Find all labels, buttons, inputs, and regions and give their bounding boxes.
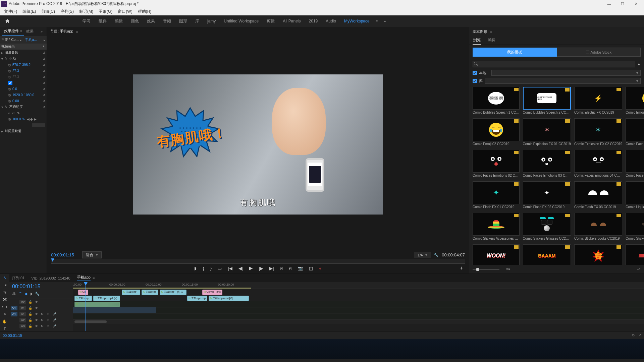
sequence-tab[interactable]: VID_20190802_114240 <box>31 276 70 280</box>
template-item[interactable]: Comic Emoji 01 CC2019 <box>626 87 644 114</box>
voice-icon[interactable]: 🎤 <box>52 312 56 316</box>
template-item[interactable]: TEXT GOES HERETEXT GOES HEREComic Bubble… <box>473 87 520 114</box>
template-item[interactable]: YOUR TEXT GOES HEREComic Bubbles Speech … <box>523 87 571 114</box>
step-back-icon[interactable]: ◀| <box>238 266 243 271</box>
workspace-tab[interactable]: 效果 <box>147 18 155 24</box>
keyframe-nav-icon[interactable]: ◀ ◆ ▶ <box>27 117 37 121</box>
status-icon-1[interactable]: ⟳ <box>632 333 635 338</box>
mark-in-button[interactable]: { <box>203 266 204 271</box>
timeline-clip[interactable]: fx天猫创意广告.m <box>160 290 186 295</box>
track-header[interactable]: A3🔒👁MS🎤 <box>9 323 73 329</box>
new-layer-icon[interactable]: ▫⁺ <box>637 267 641 272</box>
track-v1[interactable]: fx手机app.fx手机app.mp4 [V]fx手机app.mpfx手机app… <box>73 295 644 301</box>
track-select-tool[interactable]: ⇥ <box>2 283 8 288</box>
track-a3[interactable] <box>73 313 644 319</box>
tl-marker-icon[interactable]: ◆ <box>25 292 28 297</box>
ec-motion[interactable]: 运动 <box>9 56 43 61</box>
twirl-icon[interactable]: ▸ <box>1 129 5 133</box>
workspace-tab[interactable]: 音频 <box>163 18 171 24</box>
lock-icon[interactable]: 🔒 <box>28 312 32 316</box>
reset-icon[interactable]: ↺ <box>43 81 45 85</box>
lift-button[interactable]: ⎘ <box>280 266 283 271</box>
maximize-button[interactable]: ☐ <box>616 0 629 8</box>
tl-link-icon[interactable]: ⌒ <box>18 292 22 297</box>
type-tool[interactable]: T <box>2 326 8 331</box>
eg-tab-edit[interactable]: 编辑 <box>487 36 496 45</box>
reset-icon[interactable]: ↺ <box>43 99 45 103</box>
play-button[interactable]: ▶ <box>249 265 253 271</box>
twirl-icon[interactable]: ▸ <box>1 51 5 55</box>
voice-icon[interactable]: 🎤 <box>52 318 56 322</box>
timeline-clip[interactable]: fx手机app.mp4 [V] <box>93 296 120 301</box>
twirl-icon[interactable]: ▾ <box>1 105 5 109</box>
menu-item[interactable]: 帮助(H) <box>135 8 154 15</box>
lock-icon[interactable]: 🔒 <box>28 324 32 328</box>
ec-sequence-label[interactable]: 手机a… <box>25 38 37 42</box>
template-item[interactable]: ✦Comic Flash FX 02 CC2019 <box>523 181 571 209</box>
status-icon-2[interactable]: ↗ <box>638 333 641 338</box>
lock-icon[interactable]: 🔒 <box>28 306 32 310</box>
timeline-clip[interactable]: fxComicTransi <box>202 290 222 295</box>
hand-tool[interactable]: ✋ <box>2 319 8 324</box>
twirl-icon[interactable]: ▾ <box>1 57 5 61</box>
timeline-tracks-area[interactable]: :00:0000:00:05:0000:00:10:0000:00:15:000… <box>73 282 644 331</box>
workspace-tab[interactable]: 组件 <box>99 18 107 24</box>
template-item[interactable]: BAAAMComic Title Pack 02 CC2019 <box>523 244 571 265</box>
menu-item[interactable]: 序列(S) <box>58 8 76 15</box>
tl-settings-icon[interactable]: ◗ <box>30 292 32 297</box>
track-a1[interactable]: fxfxfx <box>73 301 644 307</box>
menu-item[interactable]: 标记(M) <box>76 8 96 15</box>
panel-menu-icon[interactable]: ≡ <box>490 29 492 34</box>
home-icon[interactable] <box>3 18 12 24</box>
razor-tool[interactable]: ✀ <box>2 297 8 302</box>
template-item[interactable]: Comic Stickers Looks CC2019 <box>574 213 622 240</box>
opacity-value[interactable]: 100.0 % <box>12 117 25 121</box>
eg-library-dropdown[interactable]: ▾ <box>485 78 641 84</box>
favorites-star-icon[interactable]: ★ <box>637 62 641 66</box>
track-header[interactable]: A2🔒👁MS🎤 <box>9 317 73 323</box>
eg-local-checkbox[interactable] <box>473 71 477 75</box>
workspace-tab[interactable]: 2019 <box>309 19 318 23</box>
menu-item[interactable]: 编辑(E) <box>20 8 39 15</box>
ec-graphic-params[interactable]: 图形参数 <box>5 50 43 55</box>
toggle-output-icon[interactable]: 👁 <box>34 318 38 322</box>
reset-icon[interactable]: ↺ <box>43 87 45 91</box>
settings-wrench-icon[interactable]: 🔧 <box>434 253 438 257</box>
resolution-dropdown[interactable]: 1/4▾ <box>414 252 431 258</box>
menu-item[interactable]: 窗口(W) <box>115 8 135 15</box>
template-item[interactable]: ✶Comic Explosion FX 02 CC2019 <box>574 118 622 146</box>
template-item[interactable]: Comic Emoji 02 CC2019 <box>473 118 520 146</box>
extract-button[interactable]: ⎗ <box>289 266 291 271</box>
selection-tool[interactable]: ↖ <box>2 276 8 280</box>
template-item[interactable]: ✶Comic Explosion FX 01 CC2019 <box>523 118 571 146</box>
eg-adobe-stock-button[interactable]: Adobe Stock <box>557 48 641 57</box>
uniform-scale-checkbox[interactable] <box>8 81 12 85</box>
reset-icon[interactable]: ↺ <box>43 105 45 109</box>
pen-tool[interactable]: ✎ <box>2 312 8 317</box>
workspace-menu-icon[interactable]: ≡ <box>376 19 378 23</box>
template-item[interactable]: Comic Stickers Accessories … <box>473 213 520 240</box>
ec-time-remap[interactable]: 时间重映射 <box>5 129 45 133</box>
panel-menu-icon[interactable]: ≡ <box>93 276 95 280</box>
sort-menu-icon[interactable]: ≡▾ <box>506 267 510 272</box>
minimize-button[interactable]: — <box>602 0 616 8</box>
template-item[interactable]: Comic Faces Emotions 03 C… <box>523 150 571 177</box>
solo-icon[interactable]: S <box>46 324 50 328</box>
template-item[interactable]: Comic Faces Emotions 02 C… <box>473 150 520 177</box>
eg-my-templates-button[interactable]: 我的模板 <box>473 48 557 57</box>
timeline-clip[interactable]: fx手机app.mp4 [V] <box>209 296 249 301</box>
template-item[interactable]: ✦Comic Flash FX 01 CC2019 <box>473 181 520 209</box>
reset-icon[interactable]: ↺ <box>43 57 45 61</box>
stopwatch-icon[interactable]: ◷ <box>8 87 11 91</box>
export-frame-icon[interactable]: 📷 <box>298 266 303 271</box>
solo-icon[interactable]: S <box>46 312 50 316</box>
anchor-y[interactable]: 1080.0 <box>24 93 35 97</box>
program-timecode-left[interactable]: 00:00:01:15 <box>51 252 74 257</box>
playhead[interactable] <box>86 282 86 331</box>
timeline-h-scrollbar[interactable] <box>73 319 644 324</box>
lock-icon[interactable]: 🔒 <box>28 318 32 322</box>
tab-effects[interactable]: 效果 <box>24 27 36 35</box>
workspace-tab[interactable]: Untitled Workspace <box>224 19 259 23</box>
mask-rect-icon[interactable]: ▭ <box>12 111 15 115</box>
template-item[interactable]: Comic Faces Emotions 04 C… <box>574 150 622 177</box>
